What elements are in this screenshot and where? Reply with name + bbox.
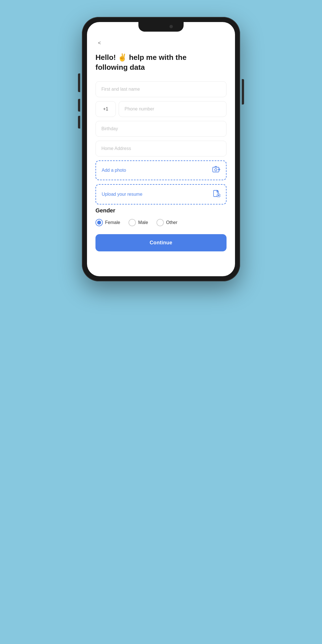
phone-screen: < Hello! ✌️ help me with thefollowing da…	[87, 22, 235, 276]
male-radio-circle	[129, 219, 136, 226]
female-label: Female	[105, 220, 120, 225]
add-photo-icon	[212, 166, 220, 175]
other-label: Other	[166, 220, 177, 225]
gender-female-option[interactable]: Female	[95, 219, 120, 226]
continue-button[interactable]: Continue	[95, 234, 227, 251]
other-radio-circle	[156, 219, 164, 226]
birthday-input[interactable]	[95, 121, 227, 137]
gender-options: Female Male Other	[95, 219, 227, 226]
volume-down-button	[78, 116, 80, 129]
phone-input[interactable]	[119, 101, 227, 117]
upload-resume-button[interactable]: Upload your resume	[95, 184, 227, 204]
female-radio-inner	[97, 221, 101, 225]
camera	[169, 25, 173, 28]
country-code-display[interactable]: +1	[95, 101, 116, 117]
gender-male-option[interactable]: Male	[129, 219, 148, 226]
svg-point-1	[215, 169, 217, 171]
volume-up-button	[78, 99, 80, 112]
gender-title: Gender	[95, 207, 227, 214]
add-photo-button[interactable]: Add a photo	[95, 160, 227, 180]
upload-resume-icon	[213, 190, 220, 199]
upload-resume-label: Upload your resume	[102, 192, 142, 197]
gender-other-option[interactable]: Other	[156, 219, 177, 226]
screen-content: < Hello! ✌️ help me with thefollowing da…	[87, 22, 235, 276]
add-photo-label: Add a photo	[102, 168, 126, 173]
silent-button	[78, 82, 80, 92]
back-button[interactable]: <	[95, 39, 103, 47]
notch	[138, 22, 184, 32]
male-label: Male	[138, 220, 148, 225]
phone-device: < Hello! ✌️ help me with thefollowing da…	[82, 17, 240, 281]
name-input[interactable]	[95, 81, 227, 97]
female-radio-circle	[95, 219, 103, 226]
address-input[interactable]	[95, 141, 227, 156]
gender-section: Gender Female Male Other	[95, 207, 227, 226]
form-section: +1 Add a photo	[95, 81, 227, 204]
page-title: Hello! ✌️ help me with thefollowing data	[95, 53, 227, 72]
phone-row: +1	[95, 101, 227, 117]
